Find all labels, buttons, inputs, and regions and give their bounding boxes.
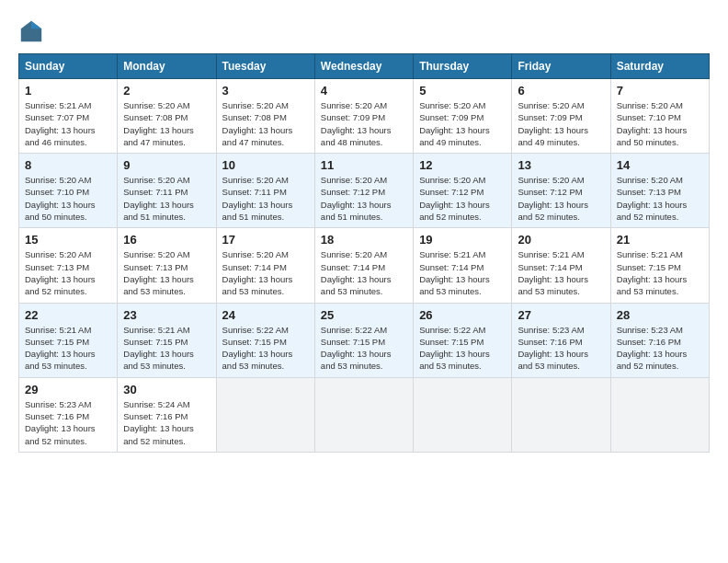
day-info: Sunrise: 5:24 AM Sunset: 7:16 PM Dayligh…	[123, 398, 210, 447]
calendar-cell: 15 Sunrise: 5:20 AM Sunset: 7:13 PM Dayl…	[19, 228, 118, 303]
week-row-1: 1 Sunrise: 5:21 AM Sunset: 7:07 PM Dayli…	[19, 79, 710, 154]
day-number: 9	[123, 158, 210, 172]
day-info: Sunrise: 5:20 AM Sunset: 7:10 PM Dayligh…	[25, 174, 111, 223]
day-number: 7	[617, 84, 703, 98]
day-number: 3	[222, 84, 309, 98]
calendar-cell: 18 Sunrise: 5:20 AM Sunset: 7:14 PM Dayl…	[314, 228, 413, 303]
calendar-cell: 3 Sunrise: 5:20 AM Sunset: 7:08 PM Dayli…	[216, 79, 314, 154]
calendar-cell: 4 Sunrise: 5:20 AM Sunset: 7:09 PM Dayli…	[314, 79, 413, 154]
calendar-cell: 2 Sunrise: 5:20 AM Sunset: 7:08 PM Dayli…	[118, 79, 216, 154]
calendar-cell: 29 Sunrise: 5:23 AM Sunset: 7:16 PM Dayl…	[19, 377, 118, 452]
day-number: 22	[25, 308, 111, 322]
svg-marker-1	[31, 21, 41, 29]
day-info: Sunrise: 5:20 AM Sunset: 7:08 PM Dayligh…	[222, 99, 309, 148]
day-info: Sunrise: 5:20 AM Sunset: 7:12 PM Dayligh…	[419, 174, 506, 223]
calendar-table: SundayMondayTuesdayWednesdayThursdayFrid…	[18, 53, 710, 453]
day-info: Sunrise: 5:20 AM Sunset: 7:09 PM Dayligh…	[321, 99, 407, 148]
day-info: Sunrise: 5:20 AM Sunset: 7:14 PM Dayligh…	[321, 248, 407, 297]
day-info: Sunrise: 5:20 AM Sunset: 7:14 PM Dayligh…	[222, 248, 309, 297]
day-number: 13	[518, 158, 604, 172]
day-info: Sunrise: 5:22 AM Sunset: 7:15 PM Dayligh…	[222, 324, 309, 373]
day-info: Sunrise: 5:20 AM Sunset: 7:11 PM Dayligh…	[222, 174, 309, 223]
day-number: 28	[617, 308, 703, 322]
calendar-cell: 22 Sunrise: 5:21 AM Sunset: 7:15 PM Dayl…	[19, 303, 118, 377]
logo	[18, 18, 48, 44]
day-header-friday: Friday	[512, 54, 610, 79]
calendar-cell: 26 Sunrise: 5:22 AM Sunset: 7:15 PM Dayl…	[414, 303, 512, 377]
calendar-header: SundayMondayTuesdayWednesdayThursdayFrid…	[19, 54, 710, 79]
calendar-cell: 27 Sunrise: 5:23 AM Sunset: 7:16 PM Dayl…	[512, 303, 610, 377]
day-number: 16	[123, 233, 210, 247]
calendar-cell: 17 Sunrise: 5:20 AM Sunset: 7:14 PM Dayl…	[216, 228, 314, 303]
day-header-tuesday: Tuesday	[216, 54, 314, 79]
day-info: Sunrise: 5:20 AM Sunset: 7:09 PM Dayligh…	[518, 99, 604, 148]
day-number: 20	[518, 233, 604, 247]
day-info: Sunrise: 5:20 AM Sunset: 7:12 PM Dayligh…	[518, 174, 604, 223]
calendar-cell: 5 Sunrise: 5:20 AM Sunset: 7:09 PM Dayli…	[414, 79, 512, 154]
day-number: 15	[25, 233, 111, 247]
calendar-cell: 13 Sunrise: 5:20 AM Sunset: 7:12 PM Dayl…	[512, 154, 610, 228]
day-info: Sunrise: 5:20 AM Sunset: 7:13 PM Dayligh…	[123, 248, 210, 297]
calendar-cell: 24 Sunrise: 5:22 AM Sunset: 7:15 PM Dayl…	[216, 303, 314, 377]
day-info: Sunrise: 5:21 AM Sunset: 7:14 PM Dayligh…	[518, 248, 604, 297]
day-info: Sunrise: 5:20 AM Sunset: 7:09 PM Dayligh…	[419, 99, 506, 148]
day-number: 11	[321, 158, 407, 172]
calendar-cell: 7 Sunrise: 5:20 AM Sunset: 7:10 PM Dayli…	[610, 79, 709, 154]
day-info: Sunrise: 5:21 AM Sunset: 7:15 PM Dayligh…	[617, 248, 703, 297]
day-number: 18	[321, 233, 407, 247]
day-number: 12	[419, 158, 506, 172]
calendar-cell: 10 Sunrise: 5:20 AM Sunset: 7:11 PM Dayl…	[216, 154, 314, 228]
day-number: 30	[123, 383, 210, 396]
day-info: Sunrise: 5:23 AM Sunset: 7:16 PM Dayligh…	[25, 398, 111, 447]
day-header-monday: Monday	[118, 54, 216, 79]
day-number: 5	[419, 84, 506, 98]
day-header-wednesday: Wednesday	[314, 54, 413, 79]
empty-cell	[610, 377, 709, 452]
calendar-cell: 9 Sunrise: 5:20 AM Sunset: 7:11 PM Dayli…	[118, 154, 216, 228]
day-info: Sunrise: 5:21 AM Sunset: 7:15 PM Dayligh…	[25, 324, 111, 373]
day-info: Sunrise: 5:20 AM Sunset: 7:11 PM Dayligh…	[123, 174, 210, 223]
day-info: Sunrise: 5:20 AM Sunset: 7:13 PM Dayligh…	[25, 248, 111, 297]
empty-cell	[414, 377, 512, 452]
calendar-cell: 12 Sunrise: 5:20 AM Sunset: 7:12 PM Dayl…	[414, 154, 512, 228]
calendar-cell: 23 Sunrise: 5:21 AM Sunset: 7:15 PM Dayl…	[118, 303, 216, 377]
day-header-sunday: Sunday	[19, 54, 118, 79]
day-number: 27	[518, 308, 604, 322]
day-info: Sunrise: 5:23 AM Sunset: 7:16 PM Dayligh…	[518, 324, 604, 373]
calendar-cell: 30 Sunrise: 5:24 AM Sunset: 7:16 PM Dayl…	[118, 377, 216, 452]
week-row-5: 29 Sunrise: 5:23 AM Sunset: 7:16 PM Dayl…	[19, 377, 710, 452]
day-info: Sunrise: 5:21 AM Sunset: 7:07 PM Dayligh…	[25, 99, 111, 148]
day-number: 4	[321, 84, 407, 98]
day-number: 26	[419, 308, 506, 322]
week-row-2: 8 Sunrise: 5:20 AM Sunset: 7:10 PM Dayli…	[19, 154, 710, 228]
day-header-saturday: Saturday	[610, 54, 709, 79]
day-number: 14	[617, 158, 703, 172]
day-number: 1	[25, 84, 111, 98]
calendar-cell: 14 Sunrise: 5:20 AM Sunset: 7:13 PM Dayl…	[610, 154, 709, 228]
day-number: 24	[222, 308, 309, 322]
day-number: 17	[222, 233, 309, 247]
day-number: 10	[222, 158, 309, 172]
header-row: SundayMondayTuesdayWednesdayThursdayFrid…	[19, 54, 710, 79]
empty-cell	[512, 377, 610, 452]
day-number: 21	[617, 233, 703, 247]
day-number: 29	[25, 383, 111, 396]
day-number: 2	[123, 84, 210, 98]
calendar-cell: 6 Sunrise: 5:20 AM Sunset: 7:09 PM Dayli…	[512, 79, 610, 154]
day-number: 25	[321, 308, 407, 322]
calendar-cell: 16 Sunrise: 5:20 AM Sunset: 7:13 PM Dayl…	[118, 228, 216, 303]
day-info: Sunrise: 5:21 AM Sunset: 7:14 PM Dayligh…	[419, 248, 506, 297]
calendar-cell: 19 Sunrise: 5:21 AM Sunset: 7:14 PM Dayl…	[414, 228, 512, 303]
day-info: Sunrise: 5:21 AM Sunset: 7:15 PM Dayligh…	[123, 324, 210, 373]
empty-cell	[314, 377, 413, 452]
calendar-body: 1 Sunrise: 5:21 AM Sunset: 7:07 PM Dayli…	[19, 79, 710, 453]
day-header-thursday: Thursday	[414, 54, 512, 79]
day-info: Sunrise: 5:23 AM Sunset: 7:16 PM Dayligh…	[617, 324, 703, 373]
logo-icon	[18, 18, 44, 44]
day-info: Sunrise: 5:20 AM Sunset: 7:12 PM Dayligh…	[321, 174, 407, 223]
day-number: 6	[518, 84, 604, 98]
day-number: 19	[419, 233, 506, 247]
calendar-cell: 20 Sunrise: 5:21 AM Sunset: 7:14 PM Dayl…	[512, 228, 610, 303]
calendar-cell: 11 Sunrise: 5:20 AM Sunset: 7:12 PM Dayl…	[314, 154, 413, 228]
header	[18, 18, 710, 44]
